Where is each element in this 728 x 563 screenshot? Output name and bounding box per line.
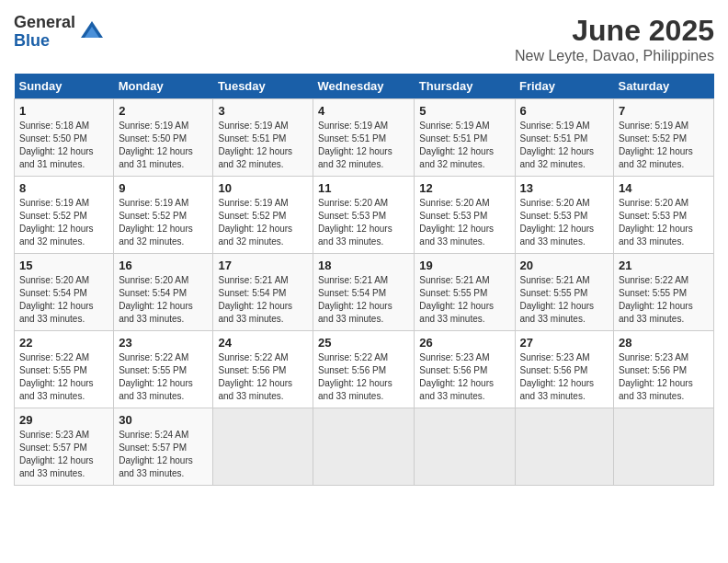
header-row: SundayMondayTuesdayWednesdayThursdayFrid… (15, 74, 714, 99)
day-info: Sunrise: 5:23 AMSunset: 5:56 PMDaylight:… (419, 352, 494, 401)
day-cell: 9 Sunrise: 5:19 AMSunset: 5:52 PMDayligh… (114, 177, 213, 254)
day-number: 19 (419, 259, 509, 272)
day-cell: 14 Sunrise: 5:20 AMSunset: 5:53 PMDaylig… (614, 177, 714, 254)
day-cell: 4 Sunrise: 5:19 AMSunset: 5:51 PMDayligh… (313, 99, 415, 177)
day-number: 7 (619, 104, 709, 118)
header-cell-saturday: Saturday (614, 74, 714, 99)
day-cell: 26 Sunrise: 5:23 AMSunset: 5:56 PMDaylig… (415, 331, 515, 408)
day-cell: 22 Sunrise: 5:22 AMSunset: 5:55 PMDaylig… (15, 331, 114, 408)
day-number: 8 (19, 181, 108, 195)
day-cell: 30 Sunrise: 5:24 AMSunset: 5:57 PMDaylig… (114, 408, 213, 486)
day-info: Sunrise: 5:21 AMSunset: 5:55 PMDaylight:… (520, 275, 595, 324)
day-cell: 2 Sunrise: 5:19 AMSunset: 5:50 PMDayligh… (114, 99, 213, 177)
day-number: 16 (119, 259, 208, 272)
day-info: Sunrise: 5:19 AMSunset: 5:52 PMDaylight:… (619, 121, 693, 169)
day-info: Sunrise: 5:19 AMSunset: 5:51 PMDaylight:… (520, 121, 595, 169)
day-number: 27 (520, 336, 609, 350)
day-number: 21 (619, 259, 709, 272)
day-info: Sunrise: 5:19 AMSunset: 5:52 PMDaylight:… (218, 198, 292, 247)
calendar-title: June 2025 (515, 14, 714, 48)
day-number: 1 (19, 104, 108, 118)
day-number: 9 (119, 181, 208, 195)
day-info: Sunrise: 5:22 AMSunset: 5:55 PMDaylight:… (19, 352, 94, 401)
day-cell: 17 Sunrise: 5:21 AMSunset: 5:54 PMDaylig… (213, 254, 313, 331)
day-cell: 21 Sunrise: 5:22 AMSunset: 5:55 PMDaylig… (614, 254, 714, 331)
day-info: Sunrise: 5:20 AMSunset: 5:53 PMDaylight:… (419, 198, 494, 247)
day-number: 25 (318, 336, 409, 350)
day-cell: 15 Sunrise: 5:20 AMSunset: 5:54 PMDaylig… (15, 254, 114, 331)
day-cell: 3 Sunrise: 5:19 AMSunset: 5:51 PMDayligh… (213, 99, 313, 177)
day-cell (213, 408, 313, 486)
day-info: Sunrise: 5:19 AMSunset: 5:52 PMDaylight:… (119, 198, 193, 247)
day-cell: 8 Sunrise: 5:19 AMSunset: 5:52 PMDayligh… (15, 177, 114, 254)
day-cell: 12 Sunrise: 5:20 AMSunset: 5:53 PMDaylig… (415, 177, 515, 254)
day-cell (415, 408, 515, 486)
day-number: 2 (119, 104, 208, 118)
day-cell: 10 Sunrise: 5:19 AMSunset: 5:52 PMDaylig… (213, 177, 313, 254)
header-cell-sunday: Sunday (15, 74, 114, 99)
day-cell: 29 Sunrise: 5:23 AMSunset: 5:57 PMDaylig… (15, 408, 114, 486)
day-cell: 24 Sunrise: 5:22 AMSunset: 5:56 PMDaylig… (213, 331, 313, 408)
header-cell-wednesday: Wednesday (313, 74, 415, 99)
day-info: Sunrise: 5:21 AMSunset: 5:54 PMDaylight:… (218, 275, 292, 324)
day-number: 26 (419, 336, 509, 350)
day-cell: 27 Sunrise: 5:23 AMSunset: 5:56 PMDaylig… (515, 331, 614, 408)
day-number: 28 (619, 336, 709, 350)
week-row-1: 1 Sunrise: 5:18 AMSunset: 5:50 PMDayligh… (15, 99, 714, 177)
day-info: Sunrise: 5:20 AMSunset: 5:53 PMDaylight:… (619, 198, 693, 247)
day-number: 20 (520, 259, 609, 272)
day-info: Sunrise: 5:18 AMSunset: 5:50 PMDaylight:… (19, 121, 94, 169)
day-cell: 6 Sunrise: 5:19 AMSunset: 5:51 PMDayligh… (515, 99, 614, 177)
day-number: 11 (318, 181, 409, 195)
header-cell-thursday: Thursday (415, 74, 515, 99)
week-row-2: 8 Sunrise: 5:19 AMSunset: 5:52 PMDayligh… (15, 177, 714, 254)
calendar-table: SundayMondayTuesdayWednesdayThursdayFrid… (14, 74, 714, 486)
day-info: Sunrise: 5:19 AMSunset: 5:51 PMDaylight:… (419, 121, 494, 169)
day-cell: 5 Sunrise: 5:19 AMSunset: 5:51 PMDayligh… (415, 99, 515, 177)
day-cell: 18 Sunrise: 5:21 AMSunset: 5:54 PMDaylig… (313, 254, 415, 331)
day-number: 6 (520, 104, 609, 118)
day-number: 23 (119, 336, 208, 350)
day-info: Sunrise: 5:19 AMSunset: 5:51 PMDaylight:… (318, 121, 392, 169)
day-cell: 7 Sunrise: 5:19 AMSunset: 5:52 PMDayligh… (614, 99, 714, 177)
day-cell: 1 Sunrise: 5:18 AMSunset: 5:50 PMDayligh… (15, 99, 114, 177)
day-cell: 19 Sunrise: 5:21 AMSunset: 5:55 PMDaylig… (415, 254, 515, 331)
day-info: Sunrise: 5:20 AMSunset: 5:53 PMDaylight:… (318, 198, 392, 247)
header: General Blue June 2025 New Leyte, Davao,… (14, 14, 714, 64)
day-info: Sunrise: 5:19 AMSunset: 5:50 PMDaylight:… (119, 121, 193, 169)
day-info: Sunrise: 5:22 AMSunset: 5:55 PMDaylight:… (119, 352, 193, 401)
day-info: Sunrise: 5:23 AMSunset: 5:57 PMDaylight:… (19, 430, 94, 478)
day-number: 29 (19, 413, 108, 427)
day-number: 5 (419, 104, 509, 118)
day-number: 14 (619, 181, 709, 195)
day-info: Sunrise: 5:20 AMSunset: 5:54 PMDaylight:… (119, 275, 193, 324)
day-info: Sunrise: 5:20 AMSunset: 5:54 PMDaylight:… (19, 275, 94, 324)
day-cell: 23 Sunrise: 5:22 AMSunset: 5:55 PMDaylig… (114, 331, 213, 408)
day-cell: 16 Sunrise: 5:20 AMSunset: 5:54 PMDaylig… (114, 254, 213, 331)
header-cell-friday: Friday (515, 74, 614, 99)
day-number: 22 (19, 336, 108, 350)
logo-general: General (14, 14, 75, 32)
day-cell (515, 408, 614, 486)
day-number: 12 (419, 181, 509, 195)
week-row-5: 29 Sunrise: 5:23 AMSunset: 5:57 PMDaylig… (15, 408, 714, 486)
day-info: Sunrise: 5:23 AMSunset: 5:56 PMDaylight:… (520, 352, 595, 401)
day-cell (313, 408, 415, 486)
day-cell: 13 Sunrise: 5:20 AMSunset: 5:53 PMDaylig… (515, 177, 614, 254)
day-number: 13 (520, 181, 609, 195)
day-number: 15 (19, 259, 108, 272)
day-info: Sunrise: 5:21 AMSunset: 5:54 PMDaylight:… (318, 275, 392, 324)
day-info: Sunrise: 5:22 AMSunset: 5:55 PMDaylight:… (619, 275, 693, 324)
day-info: Sunrise: 5:20 AMSunset: 5:53 PMDaylight:… (520, 198, 595, 247)
logo: General Blue (14, 14, 105, 51)
day-number: 17 (218, 259, 308, 272)
logo-blue: Blue (14, 32, 75, 51)
day-number: 4 (318, 104, 409, 118)
day-cell: 28 Sunrise: 5:23 AMSunset: 5:56 PMDaylig… (614, 331, 714, 408)
calendar-wrapper: General Blue June 2025 New Leyte, Davao,… (14, 14, 714, 486)
day-number: 10 (218, 181, 308, 195)
day-info: Sunrise: 5:22 AMSunset: 5:56 PMDaylight:… (218, 352, 292, 401)
day-info: Sunrise: 5:23 AMSunset: 5:56 PMDaylight:… (619, 352, 693, 401)
calendar-subtitle: New Leyte, Davao, Philippines (515, 48, 714, 64)
day-info: Sunrise: 5:21 AMSunset: 5:55 PMDaylight:… (419, 275, 494, 324)
